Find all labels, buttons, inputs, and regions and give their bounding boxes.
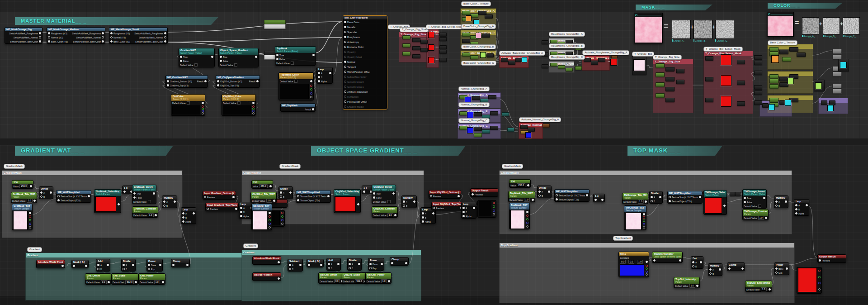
- comment-label-base-color-texture[interactable]: Base Color _ Texture: [461, 1, 491, 6]
- mini-node[interactable]: [754, 55, 762, 60]
- node-mf-gradientwat[interactable]: MF_GradientWATGradient_Bottom (V3)Result…: [165, 75, 208, 88]
- pin[interactable]: [344, 51, 346, 53]
- pin[interactable]: [164, 32, 166, 34]
- pin[interactable]: [819, 259, 821, 262]
- pin[interactable]: [645, 200, 647, 203]
- node-header[interactable]: TopGrd_SmoothingParam: [745, 281, 772, 287]
- default-value-chip[interactable]: 512.0: [355, 279, 363, 283]
- pin[interactable]: [39, 32, 41, 34]
- mini-node[interactable]: [439, 50, 447, 54]
- mini-node[interactable]: [488, 95, 496, 99]
- default-value-chip[interactable]: 1.0: [148, 213, 154, 217]
- pin[interactable]: [472, 193, 474, 195]
- pin[interactable]: [155, 214, 157, 216]
- a-channel-pin[interactable]: [29, 226, 31, 229]
- comment-label-gradientmask[interactable]: GradientMask: [502, 164, 523, 169]
- node-preview[interactable]: [797, 267, 822, 294]
- pin[interactable]: [403, 200, 405, 203]
- pin[interactable]: [276, 54, 278, 56]
- r-channel-pin[interactable]: [493, 202, 495, 204]
- node-header[interactable]: GrdMask_SelectMapSwitch Param: [94, 190, 121, 196]
- node-header[interactable]: ObjSGrd_TXT_WATTexture Sample: [252, 204, 272, 210]
- node-mf-maskgrunge-medium[interactable]: MF_MaskGrunge_MediumRoughness (V3)Switch…: [47, 27, 105, 44]
- mini-node[interactable]: [754, 100, 762, 105]
- pin[interactable]: [186, 264, 189, 266]
- pin[interactable]: [328, 267, 330, 269]
- pin[interactable]: [167, 80, 169, 82]
- mini-node[interactable]: [550, 40, 557, 43]
- node-lerp[interactable]: LerpABAlpha: [461, 202, 476, 219]
- mini-node[interactable]: [754, 91, 762, 95]
- section-banner-master-material[interactable]: MASTER MATERIAL__ _: [15, 17, 218, 25]
- pin[interactable]: [133, 196, 136, 199]
- node-header[interactable]: Multiply: [774, 196, 788, 200]
- pin[interactable]: [643, 213, 645, 215]
- pin[interactable]: [269, 185, 272, 187]
- pin[interactable]: [85, 265, 87, 267]
- mini-node[interactable]: [591, 61, 598, 65]
- section-banner-color[interactable]: COLOR__ _: [768, 3, 843, 9]
- mini-node[interactable]: [550, 63, 557, 67]
- pin[interactable]: [363, 191, 365, 193]
- default-value-chip[interactable]: 1.0: [154, 280, 160, 284]
- mini-node[interactable]: [737, 101, 745, 106]
- mini-node[interactable]: [439, 37, 447, 41]
- pin[interactable]: [586, 194, 588, 196]
- node-tmgrunge-tile-wat[interactable]: TMGrunge_Tile_WATParamDefault Value1.0: [622, 193, 648, 204]
- node-header[interactable]: MF_MaskGrunge_Big: [5, 28, 42, 31]
- pin[interactable]: [50, 191, 52, 194]
- mini-node[interactable]: [782, 57, 791, 62]
- pin[interactable]: [211, 56, 213, 58]
- node-grdmask-txt-wat[interactable]: GrdMask_TXT_WATTexture Sample: [12, 204, 33, 230]
- section-banner-top-mask[interactable]: TOP MASK__ _: [627, 146, 722, 156]
- node-topmask-tile-wat[interactable]: TopMask_Tile_WATParamDefault Value1.0: [508, 191, 535, 202]
- node-mask-b[interactable]: Mask ( B ): [307, 259, 324, 267]
- pin[interactable]: [430, 195, 432, 197]
- mini-node[interactable]: [412, 46, 420, 50]
- node-grdmask-contrast[interactable]: GrdMask_ContrastParamDefault Value1.0: [132, 206, 158, 218]
- mini-node[interactable]: [833, 71, 842, 76]
- pin[interactable]: [527, 184, 529, 186]
- a-channel-pin[interactable]: [493, 213, 495, 215]
- pin[interactable]: [318, 72, 320, 74]
- node-clamp[interactable]: Clamp: [727, 262, 745, 271]
- section-banner-mask[interactable]: MASK__ _: [636, 5, 712, 10]
- pin[interactable]: [744, 197, 746, 199]
- pin[interactable]: [532, 199, 534, 201]
- r-channel-pin[interactable]: [310, 85, 312, 87]
- node-header[interactable]: TMGrunge_InvertSwitch Param (False): [743, 190, 766, 196]
- node-header[interactable]: Clamp: [171, 259, 189, 263]
- node-power[interactable]: PowerBaseExp: [774, 262, 789, 275]
- node-input-gradient-bottom-vector3[interactable]: Input Gradient_Bottom (Vector3)Preview: [203, 191, 236, 200]
- pin[interactable]: [312, 54, 315, 56]
- r-channel-pin[interactable]: [818, 270, 821, 272]
- a-channel-pin[interactable]: [202, 112, 204, 114]
- mini-node[interactable]: [737, 81, 745, 85]
- pin[interactable]: [110, 36, 113, 38]
- mini-node[interactable]: [462, 39, 470, 43]
- node-tmgrunge-contrast[interactable]: TMGrunge_ContrastParamDefault Value1.0: [742, 209, 769, 220]
- mini-node[interactable]: [402, 52, 410, 56]
- mini-node[interactable]: [462, 11, 470, 15]
- pin[interactable]: [320, 264, 322, 266]
- node-header[interactable]: Grd_PowerParam: [139, 274, 165, 280]
- mini-node[interactable]: [459, 111, 467, 115]
- pin[interactable]: [33, 200, 36, 202]
- pin[interactable]: [297, 199, 299, 201]
- node-256[interactable]: 256Value256.0: [251, 180, 273, 189]
- pin[interactable]: [392, 192, 395, 195]
- pin[interactable]: [40, 191, 42, 194]
- pin[interactable]: [473, 207, 475, 209]
- node-header[interactable]: TopMask_ColorParam (0,0,0,1): [279, 73, 313, 79]
- pin[interactable]: [102, 36, 104, 38]
- node-header[interactable]: GrdMask_TXT_WATTexture Sample: [12, 204, 32, 210]
- mini-node[interactable]: [490, 111, 498, 115]
- pin[interactable]: [255, 56, 257, 58]
- node-objgrd-power[interactable]: ObjGrd_PowerParamDefault Value1.0: [365, 272, 392, 284]
- pin[interactable]: [669, 196, 671, 198]
- section-banner-gradient-wat[interactable]: GRADIENT WAT__ _: [15, 146, 173, 156]
- comment-label-normal-grungebig-c[interactable]: Normal_GrungeBig_C: [458, 118, 490, 123]
- mini-node[interactable]: [474, 133, 482, 137]
- pin[interactable]: [123, 264, 125, 266]
- node-header[interactable]: MF_ObjSpaceGradient: [216, 76, 259, 79]
